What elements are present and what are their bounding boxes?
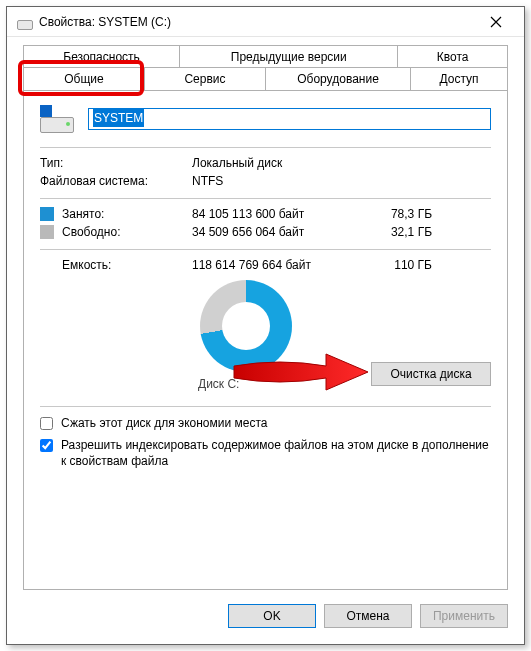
free-hr: 32,1 ГБ <box>372 225 432 239</box>
type-row: Тип: Локальный диск <box>40 156 491 170</box>
free-bytes: 34 509 656 064 байт <box>192 225 372 239</box>
window-title: Свойства: SYSTEM (C:) <box>39 15 476 29</box>
tab-general[interactable]: Общие <box>23 67 145 90</box>
filesystem-label: Файловая система: <box>40 174 192 188</box>
tab-previous-versions[interactable]: Предыдущие версии <box>179 45 398 68</box>
compress-label: Сжать этот диск для экономии места <box>61 415 267 431</box>
compress-checkbox[interactable] <box>40 417 53 430</box>
used-bytes: 84 105 113 600 байт <box>192 207 372 221</box>
capacity-bytes: 118 614 769 664 байт <box>192 258 372 272</box>
tab-tools[interactable]: Сервис <box>144 67 266 90</box>
tab-hardware[interactable]: Оборудование <box>265 67 411 90</box>
general-panel: SYSTEM Тип: Локальный диск Файловая сист… <box>23 90 508 590</box>
used-hr: 78,3 ГБ <box>372 207 432 221</box>
volume-name-input[interactable]: SYSTEM <box>88 108 491 130</box>
drive-icon <box>17 14 33 30</box>
separator <box>40 147 491 148</box>
index-label: Разрешить индексировать содержимое файло… <box>61 437 491 469</box>
dialog-footer: OK Отмена Применить <box>23 590 508 634</box>
index-checkbox[interactable] <box>40 439 53 452</box>
free-swatch-icon <box>40 225 54 239</box>
usage-pie-chart <box>200 280 292 372</box>
capacity-label: Емкость: <box>40 258 192 272</box>
type-label: Тип: <box>40 156 192 170</box>
filesystem-row: Файловая система: NTFS <box>40 174 491 188</box>
index-option[interactable]: Разрешить индексировать содержимое файло… <box>40 437 491 469</box>
volume-icon <box>40 105 74 133</box>
free-space-row: Свободно: 34 509 656 064 байт 32,1 ГБ <box>40 225 491 239</box>
separator <box>40 406 491 407</box>
tab-sharing[interactable]: Доступ <box>410 67 508 90</box>
tab-security[interactable]: Безопасность <box>23 45 180 68</box>
used-label: Занято: <box>62 207 104 221</box>
separator <box>40 249 491 250</box>
tab-quota[interactable]: Квота <box>397 45 508 68</box>
cancel-button[interactable]: Отмена <box>324 604 412 628</box>
disk-label: Диск C: <box>198 377 239 391</box>
disk-cleanup-button[interactable]: Очистка диска <box>371 362 491 386</box>
apply-button[interactable]: Применить <box>420 604 508 628</box>
capacity-hr: 110 ГБ <box>372 258 432 272</box>
filesystem-value: NTFS <box>192 174 372 188</box>
used-swatch-icon <box>40 207 54 221</box>
used-space-row: Занято: 84 105 113 600 байт 78,3 ГБ <box>40 207 491 221</box>
capacity-row: Емкость: 118 614 769 664 байт 110 ГБ <box>40 258 491 272</box>
ok-button[interactable]: OK <box>228 604 316 628</box>
titlebar[interactable]: Свойства: SYSTEM (C:) <box>7 7 524 37</box>
type-value: Локальный диск <box>192 156 372 170</box>
separator <box>40 198 491 199</box>
close-button[interactable] <box>476 8 516 36</box>
compress-option[interactable]: Сжать этот диск для экономии места <box>40 415 491 431</box>
tab-strip: Безопасность Предыдущие версии Квота Общ… <box>23 45 508 91</box>
free-label: Свободно: <box>62 225 121 239</box>
properties-dialog: Свойства: SYSTEM (C:) Безопасность Преды… <box>6 6 525 645</box>
